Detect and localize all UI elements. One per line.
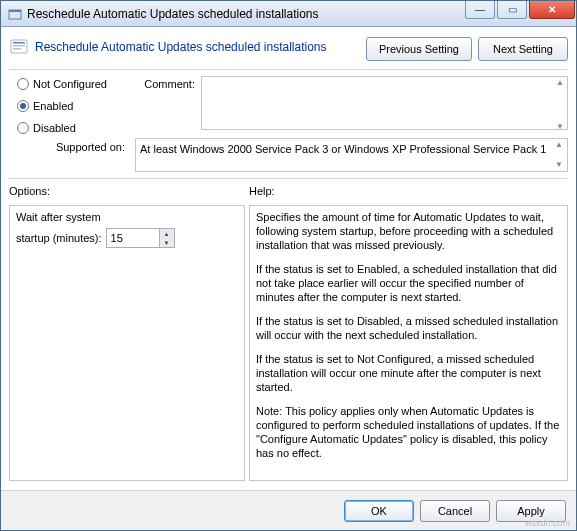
scroll-up-icon[interactable]: ▲ [553, 77, 567, 87]
radio-label: Disabled [33, 122, 76, 134]
svg-rect-1 [9, 10, 21, 12]
watermark: wsxdn.com [525, 518, 570, 528]
window-title: Reschedule Automatic Updates scheduled i… [27, 7, 464, 21]
comment-column: Comment: ▲ ▼ [129, 76, 568, 134]
comment-textarea[interactable] [201, 76, 568, 130]
spinner-buttons: ▲ ▼ [159, 229, 174, 247]
svg-rect-3 [13, 42, 25, 44]
scroll-down-icon[interactable]: ▼ [553, 121, 567, 131]
supported-scrollbar[interactable]: ▲ ▼ [552, 140, 566, 170]
option-line-1: Wait after system [16, 210, 238, 224]
scroll-up-icon[interactable]: ▲ [552, 140, 566, 150]
radio-enabled[interactable]: Enabled [17, 100, 129, 112]
title-bar: Reschedule Automatic Updates scheduled i… [1, 1, 576, 27]
close-button[interactable]: ✕ [529, 1, 575, 19]
help-panel-label: Help: [249, 185, 568, 201]
window-controls: — ▭ ✕ [464, 1, 576, 26]
radio-button-icon [17, 100, 29, 112]
radio-disabled[interactable]: Disabled [17, 122, 129, 134]
cancel-button[interactable]: Cancel [420, 500, 490, 522]
svg-rect-5 [13, 48, 21, 50]
next-setting-button[interactable]: Next Setting [478, 37, 568, 61]
spin-down-button[interactable]: ▼ [160, 238, 174, 247]
supported-on-text: At least Windows 2000 Service Pack 3 or … [135, 138, 568, 172]
supported-row: Supported on: At least Windows 2000 Serv… [1, 134, 576, 178]
ok-button[interactable]: OK [344, 500, 414, 522]
radio-label: Enabled [33, 100, 73, 112]
comment-wrap: ▲ ▼ [201, 76, 568, 132]
help-paragraph: If the status is set to Disabled, a miss… [256, 314, 561, 342]
radio-button-icon [17, 78, 29, 90]
radio-label: Not Configured [33, 78, 107, 90]
help-panel: Specifies the amount of time for Automat… [249, 205, 568, 481]
option-line-2: startup (minutes): [16, 231, 102, 245]
radio-button-icon [17, 122, 29, 134]
policy-icon [9, 37, 29, 57]
option-row: startup (minutes): ▲ ▼ [16, 228, 238, 248]
startup-minutes-input[interactable] [107, 229, 159, 247]
dialog-title: Reschedule Automatic Updates scheduled i… [35, 40, 327, 54]
help-paragraph: If the status is set to Enabled, a sched… [256, 262, 561, 304]
svg-rect-4 [13, 45, 25, 47]
header-left: Reschedule Automatic Updates scheduled i… [9, 37, 360, 57]
startup-minutes-spinner[interactable]: ▲ ▼ [106, 228, 175, 248]
options-panel-label: Options: [9, 185, 245, 201]
minimize-button[interactable]: — [465, 1, 495, 19]
options-panel: Wait after system startup (minutes): ▲ ▼ [9, 205, 245, 481]
comment-row: Comment: ▲ ▼ [129, 76, 568, 132]
supported-on-label: Supported on: [9, 138, 129, 172]
scroll-down-icon[interactable]: ▼ [552, 160, 566, 170]
panel-labels: Options: Help: [1, 185, 576, 201]
panels: Wait after system startup (minutes): ▲ ▼… [1, 201, 576, 481]
previous-setting-button[interactable]: Previous Setting [366, 37, 472, 61]
radio-not-configured[interactable]: Not Configured [17, 78, 129, 90]
panels-separator [9, 178, 568, 179]
supported-on-value: At least Windows 2000 Service Pack 3 or … [140, 143, 546, 155]
help-paragraph: If the status is set to Not Configured, … [256, 352, 561, 394]
comment-scrollbar[interactable]: ▲ ▼ [553, 77, 567, 131]
comment-label: Comment: [129, 76, 195, 132]
config-area: Not Configured Enabled Disabled Comment:… [1, 70, 576, 134]
help-paragraph: Note: This policy applies only when Auto… [256, 404, 561, 460]
dialog-header: Reschedule Automatic Updates scheduled i… [1, 27, 576, 61]
app-icon [7, 6, 23, 22]
state-radio-group: Not Configured Enabled Disabled [9, 76, 129, 134]
maximize-button[interactable]: ▭ [497, 1, 527, 19]
help-paragraph: Specifies the amount of time for Automat… [256, 210, 561, 252]
dialog-footer: OK Cancel Apply [1, 490, 576, 530]
